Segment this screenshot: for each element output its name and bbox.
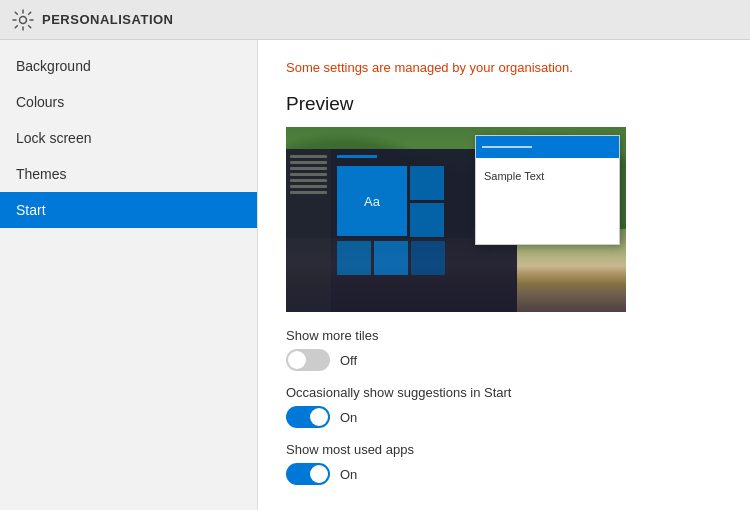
- suggestions-label: Occasionally show suggestions in Start: [286, 385, 722, 400]
- suggestions-toggle-row: On: [286, 406, 722, 428]
- dialog-title-line: [482, 146, 532, 148]
- title-bar: PERSONALISATION: [0, 0, 750, 40]
- most-used-apps-toggle-row: On: [286, 463, 722, 485]
- show-more-tiles-toggle[interactable]: [286, 349, 330, 371]
- main-layout: Background Colours Lock screen Themes St…: [0, 40, 750, 510]
- most-used-apps-row: Show most used apps On: [286, 442, 722, 485]
- sidebar: Background Colours Lock screen Themes St…: [0, 40, 258, 510]
- show-more-tiles-label: Show more tiles: [286, 328, 722, 343]
- preview-container: Aa: [286, 127, 626, 312]
- menu-line-1: [290, 155, 327, 158]
- suggestions-state: On: [340, 410, 357, 425]
- show-more-tiles-toggle-row: Off: [286, 349, 722, 371]
- menu-line-5: [290, 179, 327, 182]
- tile-m1: [337, 241, 371, 275]
- tile-s1: [410, 166, 444, 200]
- dialog-titlebar: [476, 136, 619, 158]
- preview-background: Aa: [286, 127, 626, 312]
- preview-title: Preview: [286, 93, 722, 115]
- tile-m3: [411, 241, 445, 275]
- suggestions-row: Occasionally show suggestions in Start O…: [286, 385, 722, 428]
- tile-row-2: [337, 241, 511, 275]
- toggle-knob-1: [288, 351, 306, 369]
- suggestions-toggle[interactable]: [286, 406, 330, 428]
- dialog-body: Sample Text: [476, 158, 619, 192]
- app-title: PERSONALISATION: [42, 12, 174, 27]
- menu-line-7: [290, 191, 327, 194]
- tile-m2: [374, 241, 408, 275]
- show-more-tiles-state: Off: [340, 353, 357, 368]
- most-used-apps-state: On: [340, 467, 357, 482]
- sidebar-item-lock-screen[interactable]: Lock screen: [0, 120, 257, 156]
- sidebar-item-background[interactable]: Background: [0, 48, 257, 84]
- menu-line-4: [290, 173, 327, 176]
- tile-small-col: [410, 166, 444, 237]
- start-left-panel: [286, 149, 331, 312]
- show-more-tiles-row: Show more tiles Off: [286, 328, 722, 371]
- tile-s2: [410, 203, 444, 237]
- content-area: Some settings are managed by your organi…: [258, 40, 750, 510]
- menu-line-2: [290, 161, 327, 164]
- dialog-sample-text: Sample Text: [484, 170, 544, 182]
- most-used-apps-toggle[interactable]: [286, 463, 330, 485]
- most-used-apps-label: Show most used apps: [286, 442, 722, 457]
- tile-aa: Aa: [337, 166, 407, 236]
- org-notice: Some settings are managed by your organi…: [286, 60, 722, 75]
- svg-point-0: [20, 16, 27, 23]
- accent-line: [337, 155, 377, 158]
- gear-icon: [12, 9, 34, 31]
- toggle-knob-3: [310, 465, 328, 483]
- sidebar-item-start[interactable]: Start: [0, 192, 257, 228]
- menu-line-6: [290, 185, 327, 188]
- dialog-overlay: Sample Text: [475, 135, 620, 245]
- menu-line-3: [290, 167, 327, 170]
- sidebar-item-colours[interactable]: Colours: [0, 84, 257, 120]
- sidebar-item-themes[interactable]: Themes: [0, 156, 257, 192]
- toggle-knob-2: [310, 408, 328, 426]
